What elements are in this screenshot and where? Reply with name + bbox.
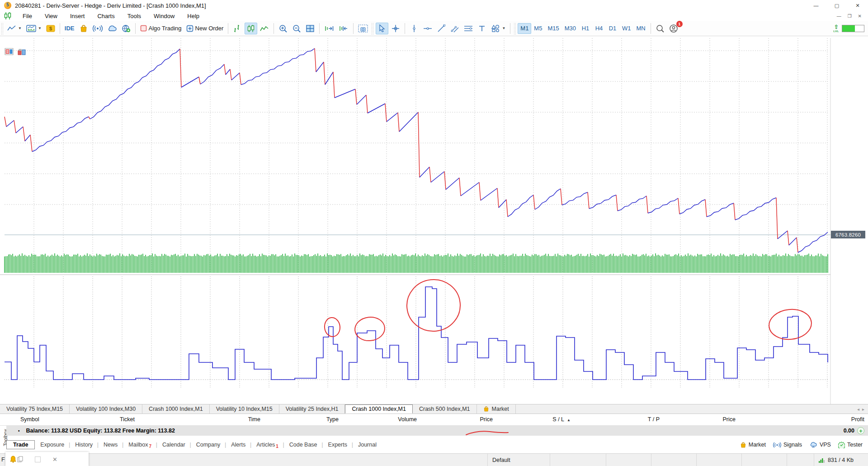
screenshot-button[interactable] [356,23,370,34]
timeframe-m30[interactable]: M30 [562,23,579,34]
balance-bullet: • [18,428,20,433]
toolbox-shortcut-market[interactable]: Market [740,442,766,448]
line-chart-button[interactable] [258,23,271,34]
market-bag-button[interactable] [77,23,90,34]
toolbox-tab-articles[interactable]: Articles1| [251,441,284,449]
timeframe-m1[interactable]: M1 [518,23,531,34]
zoom-in-button[interactable] [277,23,289,34]
timeframe-m15[interactable]: M15 [545,23,561,34]
child-restore-button[interactable]: ❐ [848,14,852,19]
text-tool-button[interactable] [476,23,488,34]
toolbar-drag-handle[interactable] [371,23,374,34]
horizontal-line-tool-button[interactable] [421,23,434,34]
chart-tab-volatility-75-index-m15[interactable]: Volatility 75 Index,M15 [0,404,70,414]
menu-tools[interactable]: Tools [121,12,147,20]
connection-status: 831 / 4 Kb [814,454,868,466]
child-minimize-button[interactable]: — [837,14,841,19]
notification-toast[interactable]: ✕ [5,452,89,466]
current-price-label: 6763.8260 [831,231,865,238]
menu-charts[interactable]: Charts [91,12,121,20]
cloud-button[interactable] [105,23,119,34]
cursor-tool-button[interactable] [376,23,388,34]
toolbox-tab-history[interactable]: History| [70,441,98,449]
toolbox-tab-news[interactable]: News| [98,441,123,449]
add-order-plus-icon[interactable]: + [857,427,864,434]
chart-tab-volatility-25-index-h1[interactable]: Volatility 25 Index,H1 [279,404,345,414]
auto-scroll-button[interactable] [322,23,336,34]
chart-tab-crash-500-index-m1[interactable]: Crash 500 Index,M1 [413,404,477,414]
signals-button[interactable] [91,23,104,34]
tabs-scroll-left-icon[interactable]: ◂ [857,407,859,412]
candles-chart-button[interactable] [245,23,257,34]
menu-help[interactable]: Help [181,12,206,20]
toolbox-shortcut-signals[interactable]: Signals [773,442,802,448]
menu-window[interactable]: Window [147,12,181,20]
toolbox-tab-experts[interactable]: Experts| [323,441,353,449]
new-order-button[interactable]: New Order [184,23,226,34]
maximize-button[interactable]: ▢ [826,0,847,11]
vertical-line-tool-button[interactable] [408,23,420,34]
shapes-tool-button[interactable]: ▼ [489,23,507,34]
timeframe-d1[interactable]: D1 [606,23,619,34]
ide-button[interactable]: IDE [63,23,76,34]
crosshair-tool-button[interactable] [389,23,402,34]
toast-close-icon[interactable]: ✕ [52,456,57,463]
close-button[interactable]: ✕ [847,0,868,11]
menu-file[interactable]: File [16,12,38,20]
menu-bar: File View Insert Charts Tools Window Hel… [0,11,868,21]
deposit-button[interactable]: $ [44,23,57,34]
timeframe-h4[interactable]: H4 [592,23,606,34]
one-click-trading-icon[interactable] [5,48,14,55]
toolbar-drag-handle[interactable] [1,23,4,34]
help-hint-text: F [1,456,5,463]
chart-shift-button[interactable] [337,23,350,34]
channel-tool-button[interactable] [448,23,461,34]
chevron-down-icon: ▼ [18,26,22,30]
toolbox-shortcut-tester[interactable]: Tester [838,442,863,448]
trendline-tool-button[interactable] [435,23,448,34]
toolbox-shortcut-vps[interactable]: VPS [809,442,831,448]
bell-icon [10,456,16,463]
minimize-button[interactable]: — [806,0,826,11]
chart-tab-volatility-10-index-m15[interactable]: Volatility 10 Index,M15 [210,404,279,414]
chart-tab-volatility-100-index-m30[interactable]: Volatility 100 Index,M30 [70,404,142,414]
chart-tab-crash-1000-index-m1[interactable]: Crash 1000 Index,M1 [345,404,413,414]
tabs-scroll-right-icon[interactable]: ▸ [862,407,864,412]
timeframe-mn[interactable]: MN [634,23,648,34]
toolbox-tab-company[interactable]: Company| [191,441,226,449]
toolbox-tab-alerts[interactable]: Alerts| [226,441,251,449]
menu-insert[interactable]: Insert [64,12,91,20]
chart-tab-market[interactable]: Market [477,404,516,414]
toolbox-tab-exposure[interactable]: Exposure| [35,441,70,449]
search-button[interactable] [654,23,666,34]
window-title: 20840281 - Deriv-Server - Hedge - Deriv … [15,2,206,9]
zoom-out-button[interactable] [290,23,303,34]
bars-chart-button[interactable] [231,23,244,34]
chart-tab-crash-1000-index-m1[interactable]: Crash 1000 Index,M1 [142,404,210,414]
toolbox-tab-trade[interactable]: Trade [6,440,35,449]
chart-window-button[interactable]: ▼ [5,23,24,34]
tile-windows-button[interactable] [304,23,316,34]
chart-tab-bar: Volatility 75 Index,M15Volatility 100 In… [0,404,868,414]
fibonacci-tool-button[interactable] [462,23,475,34]
toolbox-tab-mailbox[interactable]: Mailbox7| [123,441,157,449]
toolbox-tab-code-base[interactable]: Code Base| [284,441,323,449]
account-level-icon[interactable]: ⇧LVL [834,24,839,33]
balance-row[interactable]: • Balance: 113.82 USD Equity: 113.82 Fre… [6,426,868,436]
timeframe-h1[interactable]: H1 [579,23,592,34]
column-profit[interactable]: Profit [0,416,864,423]
depth-of-market-icon[interactable] [17,48,26,55]
menu-view[interactable]: View [38,12,64,20]
toolbar-drag-handle[interactable] [514,23,517,34]
timeframe-m5[interactable]: M5 [531,23,545,34]
toolbox-tab-journal[interactable]: Journal [353,441,382,449]
community-button[interactable] [120,23,132,34]
chart-profile-button[interactable]: ▼ [24,23,43,34]
algo-trading-button[interactable]: Algo Trading [138,23,184,34]
chart-area[interactable]: 6763.8260 [0,36,868,404]
child-close-button[interactable]: ✕ [858,14,862,19]
toolbox-tab-bar: TradeExposure|History|News|Mailbox7|Cale… [6,439,868,450]
toolbox-tab-calendar[interactable]: Calendar| [157,441,191,449]
notifications-button[interactable]: 1 [667,23,680,34]
timeframe-w1[interactable]: W1 [619,23,634,34]
